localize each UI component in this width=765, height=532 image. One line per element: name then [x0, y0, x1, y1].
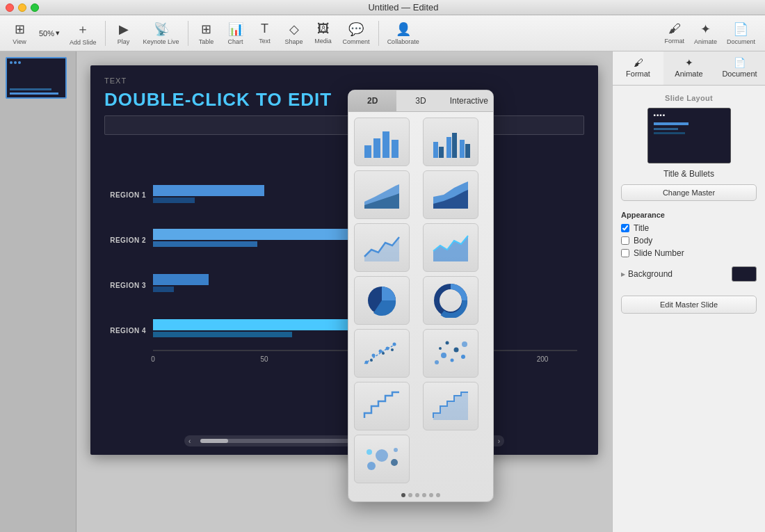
- nav-dot-6[interactable]: [436, 493, 440, 497]
- scroll-left-arrow[interactable]: ‹: [184, 437, 195, 445]
- slide-number-checkbox[interactable]: [621, 249, 629, 257]
- nav-dot-1[interactable]: [401, 493, 405, 497]
- svg-text:200: 200: [537, 355, 549, 363]
- comment-button[interactable]: 💬 Comment: [339, 19, 374, 48]
- svg-point-51: [462, 341, 467, 347]
- chart-tab-interactive[interactable]: Interactive: [445, 90, 493, 111]
- text-button[interactable]: T Text: [251, 19, 279, 47]
- separator-2: [188, 21, 188, 46]
- slide-thumbnail-1[interactable]: 1: [6, 57, 67, 99]
- svg-point-52: [446, 341, 449, 345]
- svg-text:0: 0: [151, 355, 155, 363]
- background-row[interactable]: ▶ Background: [621, 266, 757, 282]
- keynote-live-icon: 📡: [154, 22, 169, 37]
- panel-tab-format[interactable]: 🖌 Format: [613, 51, 663, 85]
- comment-icon: 💬: [348, 22, 364, 37]
- main-layout: 1 TEXT DOUBLE-CLICK TO EDIT REGION 1: [0, 51, 765, 532]
- collaborate-button[interactable]: 👤 Collaborate: [383, 19, 424, 48]
- panel-tabs: 🖌 Format ✦ Animate 📄 Document: [613, 51, 765, 86]
- view-label: View: [13, 38, 26, 45]
- document-tab[interactable]: 📄 Document: [723, 19, 759, 48]
- layout-bar-3: [654, 132, 685, 134]
- play-label: Play: [118, 38, 130, 45]
- donut-chart-icon: [430, 283, 472, 318]
- view-button[interactable]: ⊞ View: [6, 19, 33, 48]
- comment-label: Comment: [343, 38, 370, 45]
- change-master-button[interactable]: Change Master: [621, 184, 757, 201]
- slide-text-box[interactable]: [104, 115, 584, 135]
- chart-item-area-2[interactable]: [423, 223, 478, 272]
- add-slide-button[interactable]: ＋ Add Slide: [65, 18, 101, 49]
- svg-point-37: [365, 361, 369, 364]
- chart-item-bar[interactable]: [354, 118, 410, 166]
- svg-rect-20: [373, 138, 380, 158]
- chart-item-grouped-bar[interactable]: [423, 118, 478, 166]
- svg-marker-34: [433, 236, 468, 261]
- svg-point-46: [441, 353, 446, 358]
- chart-item-stacked-area-2[interactable]: [423, 170, 478, 219]
- svg-rect-8: [153, 274, 209, 285]
- chart-item-scatter-line[interactable]: [354, 329, 410, 378]
- svg-point-50: [439, 347, 442, 350]
- zoom-control[interactable]: 50% ▾: [35, 26, 64, 40]
- edit-master-button[interactable]: Edit Master Slide: [621, 296, 757, 314]
- chart-item-step-up[interactable]: [354, 382, 410, 430]
- nav-dot-3[interactable]: [415, 493, 419, 497]
- chart-tab-3d[interactable]: 3D: [396, 90, 444, 111]
- chart-item-stacked-area[interactable]: [354, 170, 410, 219]
- play-button[interactable]: ▶ Play: [110, 19, 138, 48]
- animate-tab[interactable]: ✦ Animate: [690, 19, 721, 48]
- keynote-live-label: Keynote Live: [143, 38, 179, 45]
- panel-tab-document[interactable]: 📄 Document: [714, 51, 765, 85]
- background-color-swatch[interactable]: [732, 266, 757, 282]
- chart-item-step-up-2[interactable]: [423, 382, 478, 430]
- collaborate-label: Collaborate: [387, 38, 419, 45]
- shape-icon: ◇: [289, 22, 299, 37]
- svg-point-49: [461, 355, 465, 359]
- collaborate-icon: 👤: [396, 22, 411, 37]
- separator-1: [105, 21, 106, 46]
- slide-canvas[interactable]: TEXT DOUBLE-CLICK TO EDIT REGION 1 REGIO…: [90, 65, 598, 455]
- text-label: Text: [259, 38, 271, 45]
- chart-item-donut[interactable]: [423, 276, 478, 325]
- keynote-live-button[interactable]: 📡 Keynote Live: [139, 19, 184, 48]
- background-row-left: ▶ Background: [621, 269, 673, 279]
- table-button[interactable]: ⊞ Table: [193, 19, 220, 48]
- format-tab-icon: 🖌: [634, 57, 643, 68]
- media-button[interactable]: 🖼 Media: [309, 19, 337, 47]
- slide-thumb-inner-1: [7, 58, 65, 97]
- format-tab[interactable]: 🖌 Format: [660, 19, 688, 47]
- body-checkbox-row: Body: [621, 236, 757, 245]
- shape-button[interactable]: ◇ Shape: [280, 19, 308, 48]
- text-icon: T: [261, 22, 268, 36]
- nav-dot-5[interactable]: [429, 493, 433, 497]
- nav-dot-4[interactable]: [422, 493, 426, 497]
- chart-item-pie[interactable]: [354, 276, 410, 325]
- maximize-button[interactable]: [31, 3, 39, 12]
- close-button[interactable]: [6, 3, 14, 12]
- add-slide-label: Add Slide: [70, 39, 97, 46]
- nav-dot-2[interactable]: [408, 493, 412, 497]
- minimize-button[interactable]: [18, 3, 26, 12]
- slide-title[interactable]: DOUBLE-CLICK TO EDIT: [104, 89, 332, 111]
- chart-item-bubble[interactable]: [354, 435, 410, 483]
- chart-tab-2d[interactable]: 2D: [348, 90, 396, 111]
- title-checkbox[interactable]: [621, 224, 629, 232]
- scrollbar-thumb[interactable]: [200, 439, 228, 443]
- toolbar: ⊞ View 50% ▾ ＋ Add Slide ▶ Play 📡 Keynot…: [0, 15, 765, 51]
- layout-bar-1: [654, 122, 688, 125]
- scroll-right-arrow[interactable]: ›: [494, 437, 504, 445]
- chart-button[interactable]: 📊 Chart: [222, 19, 250, 48]
- layout-bar-2: [654, 128, 678, 130]
- chart-picker-popup: 2D 3D Interactive: [348, 90, 494, 502]
- body-checkbox[interactable]: [621, 236, 629, 245]
- chart-item-line[interactable]: [354, 223, 410, 272]
- thumb-dot-3: [18, 61, 21, 64]
- panel-tab-animate[interactable]: ✦ Animate: [663, 51, 714, 85]
- area-chart-2-icon: [430, 230, 472, 265]
- right-panel: 🖌 Format ✦ Animate 📄 Document Slide Layo…: [612, 51, 765, 532]
- chart-item-scatter[interactable]: [423, 329, 478, 378]
- slide-layout-title: Slide Layout: [621, 94, 757, 102]
- svg-rect-21: [382, 131, 389, 158]
- svg-point-39: [379, 350, 382, 353]
